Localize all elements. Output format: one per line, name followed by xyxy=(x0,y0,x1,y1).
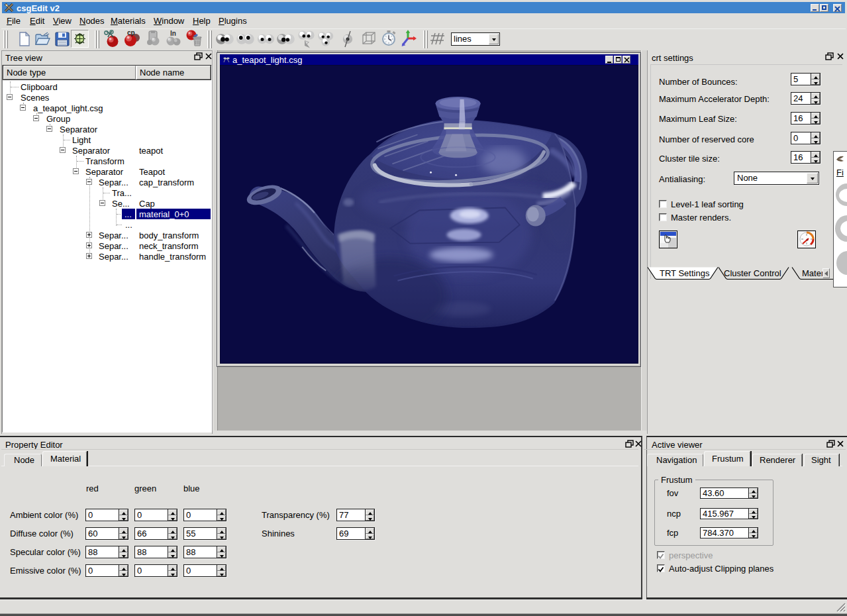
svg-text:Mater: Mater xyxy=(802,268,824,278)
svg-text:TRT Settings: TRT Settings xyxy=(660,268,710,278)
svg-text:cp: cp xyxy=(127,29,135,36)
svg-text:In: In xyxy=(170,30,176,37)
svg-text:Cluster Control: Cluster Control xyxy=(724,268,781,278)
